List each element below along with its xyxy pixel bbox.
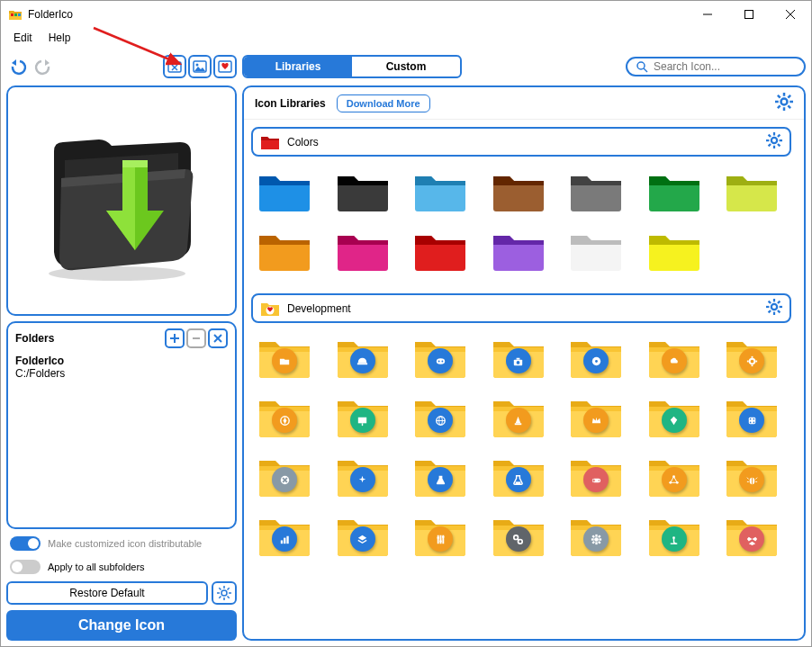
development-grid [251,336,791,557]
folder-icon [260,301,280,317]
color-folder-icon[interactable] [568,169,624,212]
dev-folder-icon[interactable] [568,395,624,438]
undo-button[interactable] [6,55,30,78]
color-folder-icon[interactable] [568,229,624,272]
dev-folder-icon[interactable] [724,395,780,438]
dev-folder-icon[interactable] [724,336,780,379]
search-input[interactable] [654,60,795,73]
svg-line-32 [644,68,647,72]
dev-folder-icon[interactable] [491,336,546,379]
category-settings-button[interactable] [766,299,782,318]
svg-point-52 [771,304,777,310]
color-folder-icon[interactable] [412,229,468,272]
add-folder-button[interactable] [165,328,185,348]
svg-line-127 [592,541,594,543]
dev-folder-icon[interactable] [491,454,546,498]
dev-folder-icon[interactable] [412,514,468,557]
dev-folder-icon[interactable] [335,514,391,557]
tab-segment: Libraries Custom [242,55,462,78]
svg-point-70 [750,358,755,364]
dev-folder-icon[interactable] [568,514,624,557]
restore-default-button[interactable]: Restore Default [6,581,208,605]
dev-folder-icon[interactable] [724,514,780,557]
svg-point-86 [750,421,752,423]
toggle-distributable-row: Make customized icon distributable [6,535,237,553]
category-header-development[interactable]: Development [251,293,791,323]
svg-line-60 [769,310,771,312]
tab-custom[interactable]: Custom [352,57,460,76]
dev-folder-icon[interactable] [646,454,702,498]
color-folder-icon[interactable] [724,169,780,212]
dev-folder-icon[interactable] [724,454,780,498]
dev-folder-icon[interactable] [646,395,702,438]
change-icon-button[interactable]: Change Icon [6,610,237,641]
favorites-button[interactable] [213,55,237,78]
dev-folder-icon[interactable] [412,395,468,438]
remove-folder-button[interactable] [186,328,206,348]
svg-point-42 [771,138,777,143]
toggle-distributable[interactable] [10,536,41,551]
dev-folder-icon[interactable] [335,454,391,498]
libraries-panel: Icon Libraries Download More Colors [242,85,806,641]
dev-folder-icon[interactable] [491,395,546,438]
color-folder-icon[interactable] [335,229,391,272]
libraries-scroll[interactable]: Colors [244,120,804,639]
color-folder-icon[interactable] [646,229,702,272]
toggle-distributable-label: Make customized icon distributable [48,538,202,549]
svg-line-29 [228,588,230,589]
dev-folder-icon[interactable] [491,514,546,557]
dev-folder-icon[interactable] [412,454,468,498]
svg-line-57 [769,301,771,303]
close-button[interactable] [770,1,811,28]
svg-point-63 [438,360,439,362]
toggle-subfolders[interactable] [10,560,41,574]
svg-line-98 [671,476,674,482]
svg-line-47 [769,135,771,137]
svg-line-39 [788,105,790,108]
color-folder-icon[interactable] [491,229,546,272]
color-folder-icon[interactable] [646,169,702,212]
svg-rect-107 [280,540,282,544]
maximize-button[interactable] [728,1,770,28]
dev-folder-icon[interactable] [412,336,468,379]
category-header-colors[interactable]: Colors [251,127,791,157]
menubar: Edit Help [1,28,811,48]
dev-folder-icon[interactable] [257,514,312,557]
dev-folder-icon[interactable] [257,336,312,379]
redo-button[interactable] [32,55,55,78]
libraries-settings-button[interactable] [775,93,793,113]
category-title: Development [287,302,759,315]
tab-libraries[interactable]: Libraries [244,57,352,76]
dev-folder-icon[interactable] [646,336,702,379]
color-folder-icon[interactable] [412,169,468,212]
close-folder-button[interactable] [208,328,228,348]
search-box[interactable] [626,57,806,76]
dev-folder-icon[interactable] [257,454,312,498]
dev-folder-icon[interactable] [568,454,624,498]
reset-icon-button[interactable] [163,55,186,78]
svg-point-62 [436,358,444,364]
category-settings-button[interactable] [766,132,782,151]
svg-point-12 [196,64,199,67]
restore-settings-button[interactable] [212,581,237,605]
svg-rect-4 [745,11,753,19]
dev-folder-icon[interactable] [335,395,391,438]
color-folder-icon[interactable] [335,169,391,212]
menu-edit[interactable]: Edit [6,30,40,46]
dev-folder-icon[interactable] [646,514,702,557]
left-toolbar [6,53,237,80]
color-folder-icon[interactable] [491,169,546,212]
menu-help[interactable]: Help [41,30,78,46]
svg-point-69 [595,360,598,363]
svg-line-50 [769,144,771,146]
dev-folder-icon[interactable] [335,336,391,379]
dev-folder-icon[interactable] [568,336,624,379]
color-folder-icon[interactable] [257,229,312,272]
download-more-button[interactable]: Download More [337,94,430,112]
svg-rect-109 [286,535,288,543]
minimize-button[interactable] [687,1,728,28]
folder-item[interactable]: FolderIco C:/Folders [15,354,228,381]
dev-folder-icon[interactable] [257,395,312,438]
from-image-button[interactable] [188,55,212,78]
color-folder-icon[interactable] [257,169,312,212]
